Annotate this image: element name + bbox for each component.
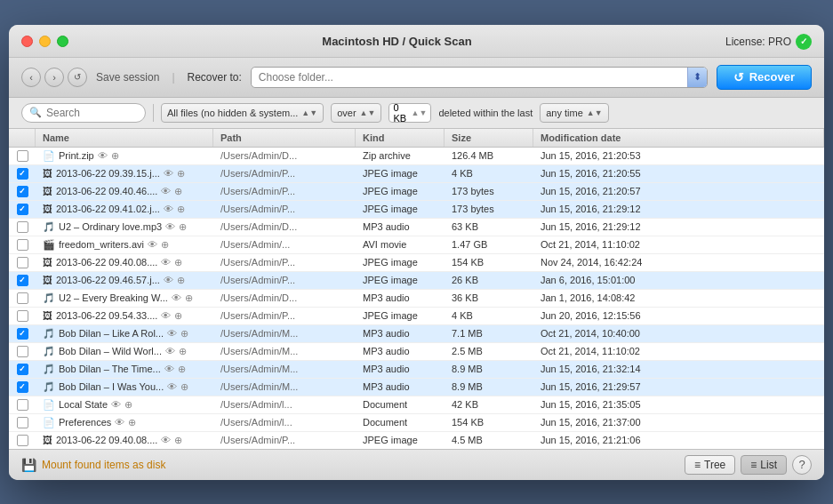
options-icon[interactable]: ⊕: [177, 204, 185, 215]
col-name[interactable]: Name: [36, 129, 213, 147]
tree-view-button[interactable]: ≡ Tree: [685, 455, 735, 475]
file-modified-cell: Nov 24, 2014, 16:42:24: [533, 255, 824, 269]
file-type-icon: 🖼: [43, 186, 52, 196]
file-name: 2013-06-22 09.40.08....: [56, 257, 157, 268]
preview-icon[interactable]: 👁: [165, 221, 175, 232]
row-checkbox[interactable]: [17, 364, 28, 375]
options-icon[interactable]: ⊕: [174, 435, 182, 446]
refresh-button[interactable]: ↺: [68, 68, 87, 87]
help-button[interactable]: ?: [792, 455, 812, 475]
folder-select[interactable]: Choose folder... ⬍: [251, 67, 708, 88]
table-row: 🎵 Bob Dilan – Wild Worl... 👁 ⊕/Users/Adm…: [9, 343, 824, 361]
file-kind-cell: MP3 audio: [356, 362, 445, 376]
back-button[interactable]: ‹: [21, 68, 41, 87]
size-stepper-icon[interactable]: ▲▼: [412, 108, 428, 117]
fullscreen-button[interactable]: [57, 36, 68, 47]
file-modified-cell: Jun 15, 2016, 21:20:57: [533, 184, 824, 198]
row-checkbox[interactable]: [17, 399, 28, 411]
table-row: 📄 Print.zip 👁 ⊕/Users/Admin/D...Zip arch…: [9, 148, 824, 165]
file-name: 2013-06-22 09.40.46....: [56, 186, 157, 196]
row-checkbox-cell: [9, 273, 36, 288]
col-modified[interactable]: Modification date: [533, 129, 824, 147]
forward-button[interactable]: ›: [44, 68, 64, 87]
row-checkbox[interactable]: [17, 168, 28, 180]
row-checkbox[interactable]: [17, 186, 28, 197]
table-row: 🖼 2013-06-22 09.41.02.j... 👁 ⊕/Users/Adm…: [9, 201, 824, 219]
row-checkbox[interactable]: [17, 275, 28, 286]
list-view-button[interactable]: ≡ List: [741, 455, 787, 475]
preview-icon[interactable]: 👁: [148, 239, 157, 250]
options-icon[interactable]: ⊕: [185, 292, 193, 304]
row-checkbox[interactable]: [17, 150, 28, 162]
options-icon[interactable]: ⊕: [174, 257, 182, 268]
preview-icon[interactable]: 👁: [164, 204, 173, 214]
options-icon[interactable]: ⊕: [128, 417, 136, 428]
file-modified-cell: Jun 15, 2016, 21:29:12: [533, 202, 824, 216]
license-badge: License: PRO ✓: [725, 34, 812, 50]
file-path-cell: /Users/Admin/D...: [213, 220, 356, 234]
row-checkbox[interactable]: [17, 292, 28, 304]
options-icon[interactable]: ⊕: [177, 168, 185, 180]
col-path[interactable]: Path: [213, 129, 356, 147]
options-icon[interactable]: ⊕: [124, 399, 132, 411]
file-size-cell: 4.5 MB: [445, 433, 533, 447]
options-icon[interactable]: ⊕: [179, 346, 187, 357]
preview-icon[interactable]: 👁: [161, 435, 171, 445]
options-icon[interactable]: ⊕: [179, 221, 187, 233]
recover-icon: ↺: [733, 70, 744, 84]
row-checkbox-cell: [9, 166, 36, 181]
row-checkbox[interactable]: [17, 204, 28, 215]
table-row: 🎵 U2 – Ordinary love.mp3 👁 ⊕/Users/Admin…: [9, 219, 824, 236]
preview-icon[interactable]: 👁: [161, 186, 171, 196]
row-checkbox[interactable]: [17, 417, 28, 428]
size-comparator-dropdown[interactable]: over ▲▼: [331, 103, 381, 123]
file-type-dropdown[interactable]: All files (no hidden & system... ▲▼: [161, 103, 324, 123]
preview-icon[interactable]: 👁: [164, 168, 173, 179]
file-name: Bob Dilan – The Time...: [59, 364, 161, 374]
preview-icon[interactable]: 👁: [161, 257, 171, 268]
col-size[interactable]: Size: [445, 129, 533, 147]
row-checkbox[interactable]: [17, 239, 28, 251]
search-input[interactable]: [46, 107, 138, 119]
row-checkbox[interactable]: [17, 257, 28, 268]
options-icon[interactable]: ⊕: [177, 275, 185, 286]
options-icon[interactable]: ⊕: [111, 150, 119, 162]
col-kind[interactable]: Kind: [356, 129, 445, 147]
row-checkbox[interactable]: [17, 328, 28, 340]
row-checkbox-cell: [9, 433, 36, 448]
file-name: Preferences: [59, 417, 111, 428]
options-icon[interactable]: ⊕: [174, 186, 182, 197]
row-checkbox[interactable]: [17, 346, 28, 357]
options-icon[interactable]: ⊕: [174, 310, 182, 322]
preview-icon[interactable]: 👁: [98, 150, 108, 161]
view-buttons: ≡ Tree ≡ List ?: [685, 455, 812, 475]
close-button[interactable]: [21, 36, 33, 47]
file-modified-cell: Jun 15, 2016, 21:29:57: [533, 380, 824, 394]
preview-icon[interactable]: 👁: [165, 346, 175, 356]
folder-arrow-icon[interactable]: ⬍: [687, 68, 707, 87]
preview-icon[interactable]: 👁: [164, 364, 174, 374]
preview-icon[interactable]: 👁: [111, 399, 121, 410]
minimize-button[interactable]: [39, 36, 51, 47]
options-icon[interactable]: ⊕: [180, 381, 188, 393]
options-icon[interactable]: ⊕: [178, 364, 186, 375]
preview-icon[interactable]: 👁: [172, 292, 181, 303]
preview-icon[interactable]: 👁: [164, 275, 173, 285]
preview-icon[interactable]: 👁: [167, 328, 177, 339]
file-size-cell: 4 KB: [445, 166, 533, 180]
row-checkbox[interactable]: [17, 435, 28, 446]
row-checkbox[interactable]: [17, 310, 28, 322]
preview-icon[interactable]: 👁: [167, 381, 177, 392]
row-checkbox[interactable]: [17, 221, 28, 233]
preview-icon[interactable]: 👁: [115, 417, 124, 428]
save-session-button[interactable]: Save session: [96, 71, 159, 84]
preview-icon[interactable]: 👁: [161, 310, 171, 321]
recover-button[interactable]: ↺ Recover: [717, 65, 812, 90]
size-value-input[interactable]: 0 KB ▲▼: [388, 103, 431, 123]
options-icon[interactable]: ⊕: [180, 328, 188, 340]
row-checkbox[interactable]: [17, 381, 28, 393]
file-name-cell: 🖼 2013-06-22 09.40.46.... 👁 ⊕: [36, 184, 213, 199]
mount-disk-button[interactable]: 💾 Mount found items as disk: [21, 458, 165, 472]
time-filter-dropdown[interactable]: any time ▲▼: [540, 103, 608, 123]
options-icon[interactable]: ⊕: [161, 239, 169, 251]
